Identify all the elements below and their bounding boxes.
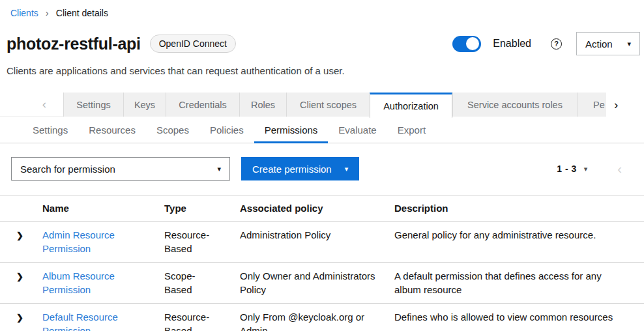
expand-row-icon[interactable]: ❯ — [16, 231, 23, 240]
tab-scroll-left-button[interactable]: ‹ — [0, 93, 63, 117]
permission-name-link[interactable]: Album Resource Permission — [42, 270, 115, 295]
subtab-evaluate[interactable]: Evaluate — [328, 117, 387, 143]
pagination-prev-icon[interactable]: ‹ — [617, 162, 622, 177]
enabled-label: Enabled — [493, 38, 531, 50]
permissions-table: Name Type Associated policy Description … — [0, 195, 644, 331]
tab-credentials[interactable]: Credentials — [166, 93, 239, 117]
tab-bar: ‹ Settings Keys Credentials Roles Client… — [0, 93, 644, 117]
permission-description: A default permission that defines access… — [394, 263, 644, 304]
search-permission-select[interactable]: Search for permission ▾ — [11, 157, 230, 180]
pagination-caret-icon[interactable]: ▾ — [584, 165, 588, 173]
tab-scroll-right-button[interactable]: › — [606, 93, 644, 117]
permissions-toolbar: Search for permission ▾ Create permissio… — [0, 157, 644, 180]
expand-row-icon[interactable]: ❯ — [16, 272, 23, 281]
breadcrumb: Clients › Client details — [0, 0, 644, 18]
action-dropdown-label: Action — [585, 38, 613, 50]
caret-down-icon: ▾ — [627, 40, 631, 48]
search-permission-label: Search for permission — [20, 164, 115, 175]
permission-name-link[interactable]: Default Resource Permission — [42, 311, 118, 331]
column-header-description: Description — [394, 195, 644, 222]
caret-down-icon: ▾ — [217, 165, 221, 173]
subtab-scopes[interactable]: Scopes — [146, 117, 199, 143]
subtab-export[interactable]: Export — [387, 117, 436, 143]
permission-type: Resource-Based — [164, 304, 240, 331]
subtab-permissions[interactable]: Permissions — [254, 117, 329, 143]
table-row: ❯ Admin Resource Permission Resource-Bas… — [0, 222, 644, 263]
expand-column-header — [0, 195, 42, 222]
tab-client-scopes[interactable]: Client scopes — [286, 93, 370, 117]
permission-type: Resource-Based — [164, 222, 240, 263]
column-header-type: Type — [164, 195, 240, 222]
table-header-row: Name Type Associated policy Description — [0, 195, 644, 222]
associated-policy: Only From @keycloak.org or Admin — [240, 304, 394, 331]
permission-description: General policy for any administrative re… — [394, 222, 644, 263]
breadcrumb-clients-link[interactable]: Clients — [10, 8, 38, 18]
column-header-name: Name — [42, 195, 164, 222]
breadcrumb-current: Client details — [56, 8, 108, 18]
tab-roles[interactable]: Roles — [239, 93, 286, 117]
chevron-right-icon: › — [614, 98, 618, 112]
tab-permissions-truncated[interactable]: Pe — [577, 93, 606, 117]
authorization-subtabs: Settings Resources Scopes Policies Permi… — [0, 117, 644, 143]
subtab-policies[interactable]: Policies — [199, 117, 254, 143]
header-controls: Enabled ? Action ▾ — [452, 32, 640, 55]
pagination: 1 - 3 ▾ ‹ — [557, 162, 622, 177]
tab-keys[interactable]: Keys — [123, 93, 166, 117]
caret-down-icon: ▾ — [345, 165, 349, 173]
protocol-badge: OpenID Connect — [150, 35, 236, 53]
permission-type: Scope-Based — [164, 263, 240, 304]
page-title: photoz-restful-api — [7, 35, 141, 53]
subtab-settings[interactable]: Settings — [22, 117, 78, 143]
associated-policy: Only Owner and Administrators Policy — [240, 263, 394, 304]
create-permission-label: Create permission — [252, 164, 332, 175]
tab-settings[interactable]: Settings — [63, 93, 123, 117]
help-icon[interactable]: ? — [551, 38, 562, 50]
pagination-range: 1 - 3 — [557, 164, 577, 174]
enabled-toggle[interactable] — [452, 36, 481, 52]
tab-service-accounts-roles[interactable]: Service accounts roles — [452, 93, 577, 117]
toggle-knob — [466, 37, 479, 50]
page-header: photoz-restful-api OpenID Connect Enable… — [0, 18, 644, 55]
table-row: ❯ Default Resource Permission Resource-B… — [0, 304, 644, 331]
subtab-resources[interactable]: Resources — [78, 117, 146, 143]
table-row: ❯ Album Resource Permission Scope-Based … — [0, 263, 644, 304]
column-header-associated-policy: Associated policy — [240, 195, 394, 222]
create-permission-button[interactable]: Create permission ▾ — [241, 157, 359, 180]
permission-name-link[interactable]: Admin Resource Permission — [42, 229, 115, 254]
chevron-right-icon: › — [46, 7, 49, 18]
tab-authorization[interactable]: Authorization — [370, 93, 452, 118]
action-dropdown[interactable]: Action ▾ — [576, 32, 640, 55]
expand-row-icon[interactable]: ❯ — [16, 313, 23, 323]
permission-description: Defines who is allowed to view common re… — [394, 304, 644, 331]
page-subtitle: Clients are applications and services th… — [0, 55, 644, 76]
chevron-left-icon: ‹ — [42, 97, 46, 111]
associated-policy: Administration Policy — [240, 222, 394, 263]
